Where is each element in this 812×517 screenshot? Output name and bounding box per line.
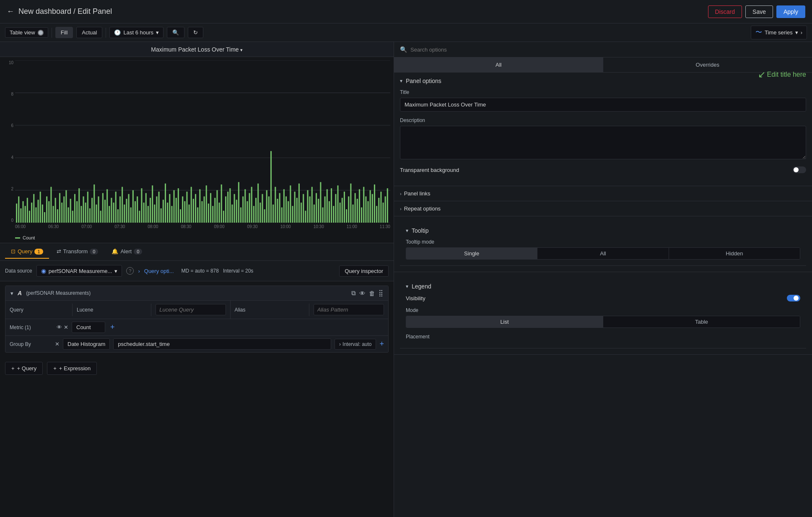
groupby-delete-button[interactable]: ✕ bbox=[55, 341, 60, 347]
legend-mode-group: List Table bbox=[406, 316, 800, 328]
metric-visibility-button[interactable]: 👁 bbox=[57, 324, 62, 330]
add-expression-button[interactable]: + + Expression bbox=[47, 362, 97, 375]
tab-alert[interactable]: 🔔 Alert 0 bbox=[106, 245, 148, 259]
lucene-field-header: Lucene bbox=[73, 304, 151, 316]
metric-delete-button[interactable]: ✕ bbox=[64, 324, 68, 330]
svg-rect-108 bbox=[234, 194, 235, 223]
svg-rect-63 bbox=[137, 196, 138, 223]
tooltip-section-header[interactable]: ▾ Tooltip bbox=[400, 222, 806, 239]
chart-title[interactable]: Maximum Packet Loss Over Time bbox=[151, 46, 242, 53]
legend-section-wrapper: ▾ Legend Visibility Mode List Table bbox=[400, 278, 806, 348]
svg-rect-18 bbox=[40, 192, 41, 223]
groupby-field: pscheduler.start_time bbox=[113, 338, 331, 350]
apply-button[interactable]: Apply bbox=[776, 5, 805, 18]
panel-links-header[interactable]: › Panel links bbox=[394, 186, 812, 201]
panel-options-header[interactable]: ▾ Panel options ↙ Edit title here bbox=[394, 73, 812, 89]
svg-rect-94 bbox=[204, 196, 205, 223]
collapse-button[interactable]: ▾ bbox=[10, 290, 13, 296]
svg-rect-166 bbox=[359, 189, 360, 223]
add-query-button[interactable]: + + Query bbox=[5, 362, 43, 375]
alias-pattern-input[interactable] bbox=[314, 304, 384, 315]
repeat-options-header[interactable]: › Repeat options bbox=[394, 201, 812, 216]
svg-rect-120 bbox=[259, 203, 261, 223]
svg-rect-75 bbox=[163, 200, 164, 223]
description-input[interactable] bbox=[400, 126, 806, 159]
interval-button[interactable]: › Interval: auto bbox=[335, 339, 376, 350]
tooltip-content: Tooltip mode Single All Hidden bbox=[400, 239, 806, 265]
svg-rect-126 bbox=[272, 205, 274, 223]
svg-rect-91 bbox=[197, 208, 198, 223]
query-icon: ⊡ bbox=[11, 248, 16, 255]
y-label-10: 10 bbox=[9, 60, 13, 65]
datasource-select[interactable]: ◉ perfSONAR Measureme... ▾ bbox=[36, 265, 122, 277]
title-input[interactable] bbox=[400, 98, 806, 112]
table-view-dot[interactable] bbox=[38, 30, 44, 36]
tooltip-mode-hidden[interactable]: Hidden bbox=[669, 248, 800, 259]
save-button[interactable]: Save bbox=[745, 5, 773, 18]
svg-rect-32 bbox=[70, 199, 71, 223]
lucene-query-input[interactable] bbox=[156, 304, 226, 315]
y-label-0: 0 bbox=[11, 218, 13, 223]
left-panel: Maximum Packet Loss Over Time 10 8 6 4 2… bbox=[0, 42, 394, 517]
svg-rect-95 bbox=[206, 185, 207, 223]
svg-rect-56 bbox=[122, 187, 123, 223]
table-view-label: Table view bbox=[10, 29, 35, 36]
svg-rect-165 bbox=[357, 199, 358, 223]
svg-rect-158 bbox=[342, 198, 343, 223]
svg-rect-152 bbox=[329, 201, 330, 223]
refresh-button[interactable]: ↻ bbox=[188, 27, 203, 38]
top-bar-left: ← New dashboard / Edit Panel bbox=[7, 7, 703, 16]
edit-title-hint: ↙ Edit title here bbox=[758, 69, 806, 80]
legend-visibility-toggle[interactable] bbox=[787, 295, 800, 301]
svg-rect-124 bbox=[268, 196, 270, 223]
groupby-row: Group By ✕ Date Histogram pscheduler.sta… bbox=[5, 336, 388, 352]
transparent-bg-toggle-row: Transparent background bbox=[400, 166, 806, 173]
toggle-visibility-button[interactable]: 👁 bbox=[359, 289, 366, 297]
add-expression-label: + Expression bbox=[59, 365, 91, 372]
zoom-out-button[interactable]: 🔍 bbox=[167, 27, 184, 38]
back-button[interactable]: ← bbox=[7, 7, 14, 16]
add-query-icon: + bbox=[11, 365, 15, 372]
table-view-toggle[interactable]: Table view bbox=[5, 27, 48, 38]
query-badge: 1 bbox=[34, 249, 43, 255]
panel-type-button[interactable]: 〜 Time series ▾ › bbox=[751, 26, 807, 39]
time-chevron-icon: ▾ bbox=[156, 29, 159, 36]
transparent-bg-toggle[interactable] bbox=[793, 166, 806, 173]
help-icon[interactable]: ? bbox=[126, 267, 134, 275]
tooltip-mode-single[interactable]: Single bbox=[406, 248, 537, 259]
legend-mode-table[interactable]: Table bbox=[603, 316, 800, 327]
svg-rect-46 bbox=[100, 211, 101, 223]
legend-dot bbox=[15, 237, 20, 239]
fill-button[interactable]: Fill bbox=[55, 27, 73, 38]
query-builder: ▾ A (perfSONAR Measurements) ⧉ 👁 🗑 ⣿ Que… bbox=[5, 286, 389, 353]
clock-icon: 🕐 bbox=[114, 29, 121, 36]
svg-rect-146 bbox=[316, 193, 317, 223]
discard-button[interactable]: Discard bbox=[708, 5, 742, 18]
tab-transform[interactable]: ⇄ Transform 0 bbox=[51, 245, 104, 259]
svg-rect-128 bbox=[277, 199, 278, 223]
svg-rect-59 bbox=[128, 194, 130, 223]
alias-pattern-input-cell[interactable] bbox=[309, 301, 388, 319]
drag-query-button[interactable]: ⣿ bbox=[379, 289, 383, 297]
legend-section-header[interactable]: ▾ Legend bbox=[400, 278, 806, 295]
add-query-label: + Query bbox=[17, 365, 37, 372]
tab-query[interactable]: ⊡ Query 1 bbox=[5, 245, 49, 259]
actual-button[interactable]: Actual bbox=[76, 27, 102, 38]
add-metric-button[interactable]: + bbox=[109, 323, 117, 332]
copy-query-button[interactable]: ⧉ bbox=[351, 289, 356, 297]
svg-rect-45 bbox=[98, 196, 99, 223]
search-input[interactable] bbox=[410, 47, 806, 53]
lucene-query-input-cell[interactable] bbox=[151, 301, 230, 319]
svg-rect-102 bbox=[221, 184, 222, 223]
delete-query-button[interactable]: 🗑 bbox=[369, 289, 375, 297]
add-groupby-button[interactable]: + bbox=[379, 340, 384, 348]
svg-rect-87 bbox=[189, 205, 190, 223]
legend-mode-label: Mode bbox=[406, 307, 800, 313]
legend-mode-list[interactable]: List bbox=[406, 316, 603, 327]
tab-all[interactable]: All bbox=[394, 57, 603, 72]
time-picker[interactable]: 🕐 Last 6 hours ▾ bbox=[109, 27, 163, 38]
query-inspector-button[interactable]: Query inspector bbox=[339, 265, 389, 277]
query-options-button[interactable]: Query opti... bbox=[144, 268, 174, 274]
tooltip-mode-all[interactable]: All bbox=[537, 248, 669, 259]
svg-rect-172 bbox=[372, 194, 373, 223]
